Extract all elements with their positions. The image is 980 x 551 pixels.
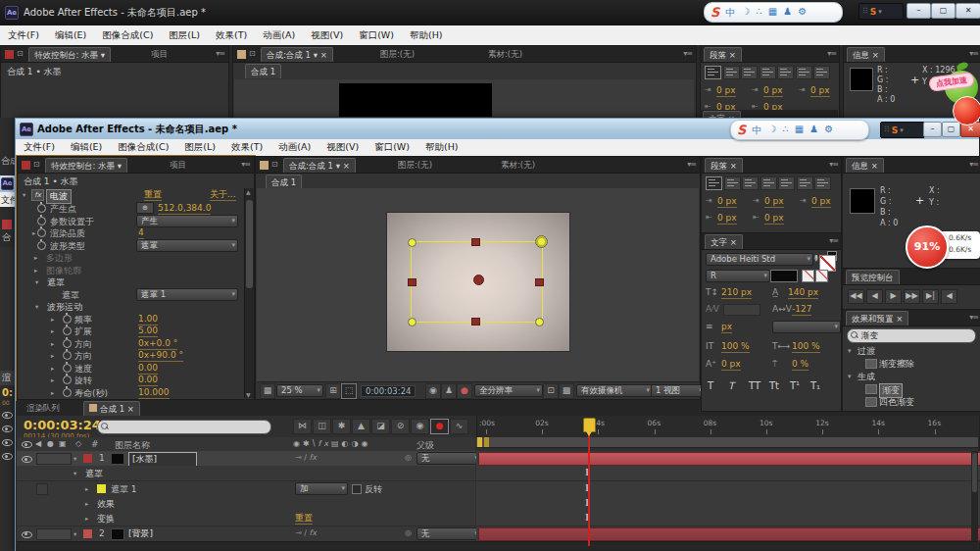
sogou-logo-icon[interactable]: S bbox=[710, 5, 719, 20]
scroll-down-icon[interactable]: ▼ bbox=[246, 391, 251, 398]
twirl-icon[interactable]: ▸ bbox=[85, 500, 88, 508]
presets-search-input[interactable]: 渐变 bbox=[847, 328, 976, 343]
resolution-select[interactable]: 全分辨率 bbox=[474, 384, 543, 397]
eye-icon[interactable] bbox=[2, 439, 13, 446]
parent-select[interactable]: 无 bbox=[416, 527, 481, 540]
stopwatch-icon[interactable] bbox=[37, 217, 46, 225]
tab-comp-timeline[interactable]: 合成 1 × bbox=[83, 401, 140, 416]
mask-vertex-handle[interactable] bbox=[408, 238, 416, 247]
property-value[interactable]: 0.00 bbox=[138, 375, 158, 386]
no-fill-swatch[interactable] bbox=[802, 270, 814, 282]
menu-item[interactable]: 图像合成(C) bbox=[94, 28, 161, 43]
work-area-start-handle[interactable] bbox=[477, 437, 482, 447]
menu-item[interactable]: 图层(L) bbox=[176, 140, 223, 155]
panel-menu-icon[interactable]: ▾≡ bbox=[969, 160, 978, 169]
snapshot-camera-icon[interactable]: ◉ bbox=[425, 383, 441, 399]
speed-badge[interactable]: 91% bbox=[906, 225, 949, 269]
paragraph-align-button[interactable] bbox=[797, 176, 813, 190]
settings-wrench-icon[interactable]: ⚙ bbox=[824, 124, 833, 137]
menu-item[interactable]: 动画(A) bbox=[255, 28, 303, 43]
tab-footage[interactable]: 素材:(无) bbox=[496, 158, 540, 172]
bg-close-button[interactable]: ✕ bbox=[956, 3, 980, 19]
guides-icon[interactable]: ⊞ bbox=[325, 383, 341, 399]
paragraph-align-button[interactable] bbox=[796, 66, 812, 79]
preset-item[interactable]: 渐变擦除 bbox=[879, 358, 914, 371]
preset-item[interactable]: 四色渐变 bbox=[879, 396, 914, 409]
tray-chevron-icon[interactable]: ▾ bbox=[878, 8, 882, 16]
twirl-icon[interactable]: ▾ bbox=[35, 278, 38, 286]
sogou-logo-icon[interactable]: S bbox=[737, 123, 746, 137]
layer-switches[interactable]: ⊸ ∕ fx bbox=[295, 528, 317, 537]
font-size-value[interactable]: 210 px bbox=[721, 287, 752, 299]
paragraph-align-button[interactable] bbox=[777, 66, 794, 79]
twirl-icon[interactable]: ▾ bbox=[848, 373, 852, 380]
layer-duration-bar[interactable] bbox=[478, 527, 980, 541]
twirl-icon[interactable]: ▾ bbox=[35, 303, 38, 311]
composition-mini-flowchart-icon[interactable]: ⋈ bbox=[293, 419, 312, 434]
menu-item[interactable]: 效果(T) bbox=[223, 140, 270, 155]
property-value[interactable]: 0x+90.0 ° bbox=[138, 350, 183, 362]
stopwatch-icon[interactable] bbox=[63, 364, 72, 373]
mask-mid-handle[interactable] bbox=[408, 278, 416, 286]
twirl-icon[interactable]: ▾ bbox=[848, 347, 852, 355]
comp-name-tab[interactable]: 合成 1 bbox=[266, 175, 302, 189]
timeline-vscrollbar[interactable] bbox=[971, 451, 978, 541]
text-style-button[interactable]: T₁ bbox=[810, 380, 820, 391]
timeline-row-label[interactable]: ▸变换重置 bbox=[17, 511, 475, 526]
layer-label-chip[interactable] bbox=[83, 454, 92, 463]
bg-comp-name-tab[interactable]: 合成 1 bbox=[245, 64, 281, 78]
effect-header[interactable]: ▾ fx 电波 重置 关于... bbox=[19, 188, 245, 201]
skin-icon[interactable]: ♟ bbox=[783, 6, 792, 20]
tab-footage[interactable]: 素材:(无) bbox=[483, 47, 527, 61]
twirl-icon[interactable]: ▸ bbox=[51, 376, 54, 384]
layer-label-chip[interactable] bbox=[83, 529, 92, 538]
text-style-button[interactable]: T¹ bbox=[790, 380, 800, 391]
stopwatch-icon[interactable] bbox=[63, 339, 72, 348]
menu-item[interactable]: 动画(A) bbox=[270, 140, 318, 155]
property-value[interactable]: 4 bbox=[138, 227, 144, 239]
paragraph-align-button[interactable] bbox=[814, 176, 831, 190]
speed-overlay[interactable]: ↑ 0.6K/s ↓ 0.6K/s 91% bbox=[906, 225, 980, 269]
av-switch-cells[interactable] bbox=[36, 528, 72, 540]
menu-item[interactable]: 文件(F) bbox=[16, 140, 63, 155]
scroll-thumb[interactable] bbox=[246, 200, 253, 288]
mask-visibility-cell[interactable] bbox=[36, 483, 48, 495]
eye-icon[interactable] bbox=[22, 456, 32, 463]
tab-paragraph[interactable]: 段落 × bbox=[705, 158, 743, 173]
chinese-mode-icon[interactable]: 中 bbox=[752, 124, 761, 137]
stopwatch-icon[interactable] bbox=[37, 241, 46, 250]
parent-pickwhip-icon[interactable]: ◎ bbox=[405, 453, 412, 462]
reset-link[interactable]: 重置 bbox=[295, 513, 313, 525]
lock-icon[interactable]: ⊡ bbox=[17, 49, 24, 58]
keyboard-icon[interactable]: ▦ bbox=[768, 6, 777, 20]
ime-tray-widget[interactable]: ⠿ S ▾ bbox=[880, 122, 925, 138]
symbols-icon[interactable]: ∴ bbox=[756, 6, 761, 20]
indent-value[interactable]: 0 px bbox=[764, 196, 784, 208]
tab-effect-controls[interactable]: 特效控制台: 水墨 ▾ bbox=[45, 158, 127, 173]
timeline-row-label[interactable]: ▾遮罩 bbox=[17, 466, 475, 481]
tray-chevron-icon[interactable]: ▾ bbox=[900, 126, 904, 134]
panel-menu-icon[interactable]: ▾≡ bbox=[241, 160, 250, 169]
bg-maximize-button[interactable]: ▢ bbox=[931, 3, 956, 19]
transparency-grid-icon[interactable]: ▩ bbox=[559, 383, 574, 399]
draft-3d-icon[interactable]: ◫ bbox=[313, 419, 331, 434]
timeline-timecode[interactable]: 0:00:03:24 bbox=[24, 418, 101, 432]
text-style-button[interactable]: T bbox=[728, 380, 734, 391]
timeline-row-label[interactable]: ▾1[水墨]⊸ ∕ fx◎无 bbox=[17, 451, 475, 467]
twirl-icon[interactable]: ▸ bbox=[34, 254, 37, 262]
indent-value[interactable]: 0 px bbox=[764, 213, 784, 225]
motion-blur-icon[interactable]: ◪ bbox=[371, 419, 390, 434]
paragraph-align-button[interactable] bbox=[813, 66, 830, 79]
paragraph-align-button[interactable] bbox=[741, 66, 758, 79]
preview-transport-button[interactable]: ▶| bbox=[922, 289, 939, 304]
text-style-button[interactable]: Tt bbox=[769, 380, 779, 391]
panel-menu-icon[interactable]: ▾≡ bbox=[969, 49, 978, 58]
indent-value[interactable]: 0 px bbox=[811, 196, 831, 208]
bg-minimize-button[interactable]: – bbox=[906, 3, 931, 19]
scroll-up-icon[interactable]: ▲ bbox=[246, 188, 251, 195]
property-value[interactable]: 0x+0.0 ° bbox=[138, 338, 177, 350]
timeline-row-track[interactable]: I bbox=[476, 511, 980, 526]
font-style-select[interactable]: R bbox=[706, 270, 770, 282]
stopwatch-icon[interactable] bbox=[63, 326, 72, 335]
mask-color-chip[interactable] bbox=[97, 484, 106, 493]
